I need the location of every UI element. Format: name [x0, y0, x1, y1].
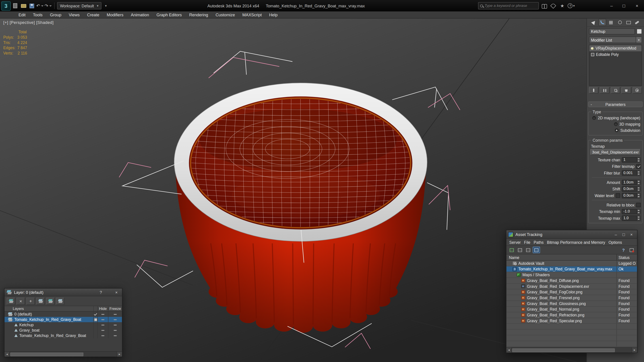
texmap-max-field[interactable]: 1.0 [622, 215, 641, 221]
menu-maxscript[interactable]: MAXScript [238, 11, 266, 18]
menu-options[interactable]: Options [607, 240, 624, 245]
layer-row-tomato-object[interactable]: Tomato_Ketchup_In_Red_Gravy_Boat [4, 333, 122, 338]
modifier-enabled-bulb-icon[interactable] [590, 46, 594, 50]
menu-create[interactable]: Create [84, 11, 103, 18]
modifier-row-vraydisplacementmod[interactable]: VRayDisplacementMod [590, 45, 642, 51]
viewport-label[interactable]: [+] [Perspective] [Shaded] [3, 20, 54, 24]
asset-table-view-icon[interactable] [533, 247, 540, 253]
scroll-thumb[interactable] [10, 353, 84, 356]
menu-animation[interactable]: Animation [127, 11, 153, 18]
workspace-selector[interactable]: Workspace: Default ▾ [57, 2, 101, 9]
layer-row-tomato-ketchup[interactable]: Tomato_Ketchup_In_Red_Gravy_Boat [4, 317, 122, 322]
texture-chan-field[interactable]: 1 [622, 157, 641, 162]
relative-bbox-checkbox[interactable] [636, 202, 641, 207]
app-logo-icon[interactable]: 3 [1, 1, 11, 10]
infocenter-search[interactable] [478, 2, 539, 9]
asset-row-displacement[interactable]: Gravy_Boat_Red_Displacement.exr Found [506, 284, 637, 289]
close-button[interactable]: × [631, 1, 643, 10]
spinner[interactable] [636, 216, 640, 220]
modifier-list-dropdown[interactable]: Modifier List ▾ [589, 36, 642, 43]
column-hide[interactable]: Hide [97, 306, 108, 311]
menu-edit[interactable]: Edit [15, 11, 29, 18]
texmap-button[interactable]: 3oat_Red_Displacement.exr [590, 149, 641, 155]
make-unique-button[interactable] [611, 87, 620, 93]
water-level-field[interactable]: 0.0cm [622, 193, 641, 198]
asset-row-normal[interactable]: Gravy_Boat_Red_Normal.png Found [506, 307, 637, 312]
asset-minimize-button[interactable]: – [612, 231, 620, 238]
layer-window-titlebar[interactable]: Layer: 0 (default) ? × [4, 289, 122, 296]
favorites-star-icon[interactable]: ★ [558, 1, 566, 10]
tab-hierarchy-icon[interactable] [607, 19, 615, 26]
asset-row-fogcolor[interactable]: Gravy_Boat_Red_FogColor.png Found [506, 289, 637, 295]
workspace-menu-arrow-icon[interactable]: ▾ [102, 1, 110, 10]
undo-icon[interactable]: ↶ [36, 1, 44, 10]
maximize-button[interactable]: □ [618, 1, 629, 10]
filter-blur-field[interactable]: 0.001 [622, 170, 641, 175]
remove-modifier-button[interactable] [622, 87, 631, 93]
filter-texmap-checkbox[interactable] [636, 164, 641, 168]
communication-center-icon[interactable] [550, 1, 557, 10]
tab-create-icon[interactable] [590, 19, 598, 26]
set-current-layer-button[interactable] [46, 298, 55, 305]
asset-detail-view-icon[interactable] [524, 247, 532, 253]
asset-row-vault[interactable]: Autodesk Vault Logged O [506, 261, 637, 266]
asset-row-glossiness[interactable]: Gravy_Boat_Red_Glossiness.png Found [506, 301, 637, 307]
spinner[interactable] [636, 157, 640, 162]
asset-refresh-icon[interactable] [508, 247, 516, 253]
add-selection-to-layer-button[interactable]: + [26, 298, 35, 305]
column-layers[interactable]: Layers [4, 307, 93, 311]
tab-utilities-icon[interactable] [633, 19, 641, 26]
water-level-checkbox[interactable] [616, 193, 620, 198]
asset-list-view-icon[interactable] [516, 247, 524, 253]
menu-customize[interactable]: Customize [212, 11, 238, 18]
new-scene-icon[interactable] [12, 1, 19, 10]
menu-group[interactable]: Group [46, 11, 65, 18]
layer-help-button[interactable]: ? [97, 289, 104, 295]
layer-row-gravy-boat-object[interactable]: Gravy_boat [4, 328, 122, 333]
object-name-field[interactable]: Ketchup [589, 28, 635, 35]
radio-subdivision[interactable]: Subdivision [590, 127, 642, 133]
column-name[interactable]: Name [506, 255, 616, 260]
redo-icon[interactable]: ↷ [44, 1, 52, 10]
show-end-result-button[interactable] [600, 87, 609, 93]
tab-motion-icon[interactable] [616, 19, 624, 26]
create-layer-button[interactable] [6, 298, 15, 305]
scroll-right-icon[interactable]: ► [117, 352, 122, 357]
menu-tools[interactable]: Tools [29, 11, 46, 18]
tab-display-icon[interactable] [624, 19, 632, 26]
asset-row-max-file[interactable]: 3Tomato_Ketchup_In_Red_Gravy_Boat_max_vr… [506, 266, 637, 272]
pin-stack-button[interactable] [589, 87, 598, 93]
layer-row-default[interactable]: 0 (default) [4, 312, 122, 317]
delete-layer-button[interactable]: × [16, 298, 25, 305]
search-go-icon[interactable] [540, 1, 548, 10]
asset-help-icon[interactable]: ? [620, 247, 627, 253]
minimize-button[interactable]: – [606, 1, 617, 10]
scroll-left-icon[interactable]: ◄ [506, 348, 512, 353]
select-layer-objects-button[interactable] [36, 298, 45, 305]
object-color-swatch[interactable] [636, 29, 642, 34]
asset-close-button[interactable]: × [628, 231, 635, 238]
spinner[interactable] [636, 170, 640, 175]
help-icon[interactable]: ?▾ [568, 1, 575, 10]
radio-icon[interactable] [592, 116, 596, 120]
highlight-selected-layer-button[interactable] [56, 298, 64, 305]
search-input[interactable] [484, 4, 537, 8]
asset-tracking-titlebar[interactable]: Asset Tracking – □ × [506, 230, 637, 239]
scroll-right-icon[interactable]: ► [632, 348, 637, 353]
set-current-box-icon[interactable] [94, 318, 97, 321]
save-file-icon[interactable] [28, 1, 35, 10]
layer-hscrollbar[interactable]: ◄ ► [4, 351, 122, 357]
spinner[interactable] [636, 193, 640, 198]
asset-row-maps-shaders[interactable]: Maps / Shaders [506, 272, 637, 278]
tab-modify-icon[interactable] [598, 19, 606, 26]
asset-hscrollbar[interactable]: ◄ ► [506, 347, 637, 353]
modifier-row-editable-poly[interactable]: Editable Poly [590, 51, 642, 58]
configure-modifier-sets-button[interactable] [632, 87, 642, 93]
menu-server[interactable]: Server [508, 240, 522, 245]
menu-paths[interactable]: Paths [532, 240, 545, 245]
asset-row-refraction[interactable]: Gravy_Boat_Red_Refraction.png Found [506, 312, 637, 318]
shift-field[interactable]: 0.0cm [622, 186, 641, 192]
column-freeze[interactable]: Freeze [108, 306, 122, 311]
asset-maximize-button[interactable]: □ [620, 231, 628, 238]
scroll-thumb[interactable] [512, 348, 615, 352]
